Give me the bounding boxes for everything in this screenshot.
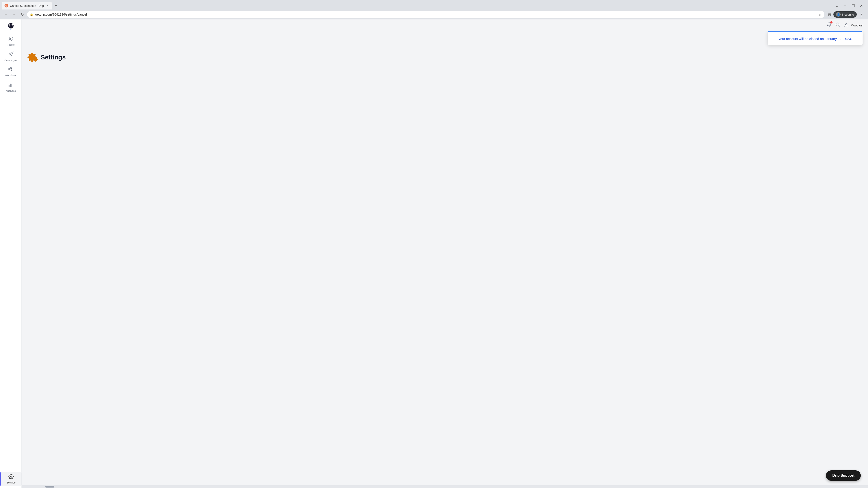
sidebar-item-campaigns-label: Campaigns xyxy=(4,59,17,61)
scrollbar-thumb[interactable] xyxy=(45,486,54,488)
svg-point-17 xyxy=(836,23,839,26)
campaigns-icon xyxy=(8,52,13,58)
address-wrapper: 🔒 ☆ xyxy=(27,11,825,18)
svg-point-0 xyxy=(8,23,13,29)
svg-rect-7 xyxy=(10,68,11,69)
page-title-area: Settings xyxy=(27,45,863,68)
svg-rect-14 xyxy=(10,84,11,87)
active-tab[interactable]: ☺ Cancel Subscription · Drip ✕ xyxy=(2,2,52,9)
tab-list-button[interactable]: ⌄ xyxy=(834,2,840,9)
sidebar-item-settings[interactable]: Settings xyxy=(0,472,22,486)
sidebar-item-campaigns[interactable]: Campaigns xyxy=(0,49,22,64)
sidebar-item-workflows-label: Workflows xyxy=(5,74,17,77)
minimize-button[interactable]: ─ xyxy=(842,2,848,9)
sidebar-nav: People Campaigns xyxy=(0,34,22,472)
forward-button[interactable]: → xyxy=(11,11,17,18)
svg-line-12 xyxy=(11,70,12,71)
sidebar-item-analytics-label: Analytics xyxy=(6,90,16,92)
notification-message: Your account will be closed on January 1… xyxy=(768,32,863,45)
gear-small-icon xyxy=(33,57,38,63)
drip-logo[interactable] xyxy=(5,21,16,32)
notification-badge xyxy=(830,21,833,24)
cast-button[interactable]: ⊡ xyxy=(826,11,833,18)
svg-point-18 xyxy=(845,23,847,25)
svg-rect-13 xyxy=(9,85,10,87)
notification-popup: Your account will be closed on January 1… xyxy=(768,31,863,45)
notification-icon-button[interactable] xyxy=(827,22,832,28)
address-bar: ← → ↻ 🔒 ☆ ⊡ 👤 Incognito ⋮ xyxy=(0,9,868,20)
svg-point-4 xyxy=(12,25,12,25)
user-name: Moodjoy xyxy=(850,24,863,27)
tab-title: Cancel Subscription · Drip xyxy=(10,4,44,7)
svg-point-3 xyxy=(9,25,10,25)
browser-menu-button[interactable]: ⋮ xyxy=(858,11,865,18)
bookmark-icon[interactable]: ☆ xyxy=(819,13,822,16)
page-title: Settings xyxy=(41,54,66,61)
tab-bar: ☺ Cancel Subscription · Drip ✕ + ⌄ ─ ❐ ✕ xyxy=(0,0,868,9)
workflows-icon xyxy=(8,67,13,73)
people-icon xyxy=(8,36,13,42)
browser-actions: ⊡ 👤 Incognito ⋮ xyxy=(826,11,865,18)
browser-chrome: ☺ Cancel Subscription · Drip ✕ + ⌄ ─ ❐ ✕… xyxy=(0,0,868,20)
refresh-button[interactable]: ↻ xyxy=(19,11,25,18)
search-icon-button[interactable] xyxy=(835,22,840,28)
restore-button[interactable]: ❐ xyxy=(850,2,856,9)
user-menu-button[interactable]: Moodjoy xyxy=(844,23,863,28)
content-area: Your account will be closed on January 1… xyxy=(22,31,868,485)
svg-rect-15 xyxy=(12,83,13,87)
tab-favicon: ☺ xyxy=(4,4,8,7)
svg-rect-8 xyxy=(10,70,11,71)
svg-point-5 xyxy=(9,37,11,39)
new-tab-button[interactable]: + xyxy=(53,2,59,9)
svg-rect-9 xyxy=(12,69,13,70)
lock-icon: 🔒 xyxy=(30,13,33,16)
svg-point-16 xyxy=(10,476,12,477)
sidebar-bottom: Settings xyxy=(0,472,22,486)
main-content: Moodjoy Your account will be closed on J… xyxy=(22,20,868,488)
analytics-icon xyxy=(8,82,13,89)
settings-icon-large xyxy=(27,53,37,62)
settings-icon xyxy=(8,474,14,480)
svg-rect-6 xyxy=(8,68,10,70)
svg-line-11 xyxy=(11,68,12,70)
sidebar-item-settings-label: Settings xyxy=(6,481,16,484)
close-button[interactable]: ✕ xyxy=(858,2,864,9)
sidebar-item-people[interactable]: People xyxy=(0,34,22,48)
back-button[interactable]: ← xyxy=(3,11,9,18)
sidebar-item-workflows[interactable]: Workflows xyxy=(0,65,22,79)
drip-support-button[interactable]: Drip Support xyxy=(826,470,861,481)
address-input[interactable] xyxy=(27,11,825,18)
incognito-badge[interactable]: 👤 Incognito xyxy=(833,11,857,18)
tab-close-button[interactable]: ✕ xyxy=(46,4,49,7)
top-bar: Moodjoy xyxy=(22,20,868,31)
logo-svg xyxy=(6,22,16,31)
sidebar-item-analytics[interactable]: Analytics xyxy=(0,80,22,94)
top-bar-icons: Moodjoy xyxy=(827,22,863,28)
window-controls: ⌄ ─ ❐ ✕ xyxy=(834,2,866,9)
sidebar-item-people-label: People xyxy=(7,43,14,46)
incognito-label: Incognito xyxy=(842,13,854,16)
incognito-icon: 👤 xyxy=(836,12,841,17)
sidebar: People Campaigns xyxy=(0,20,22,488)
app-container: People Campaigns xyxy=(0,20,868,488)
horizontal-scrollbar[interactable] xyxy=(22,485,868,488)
